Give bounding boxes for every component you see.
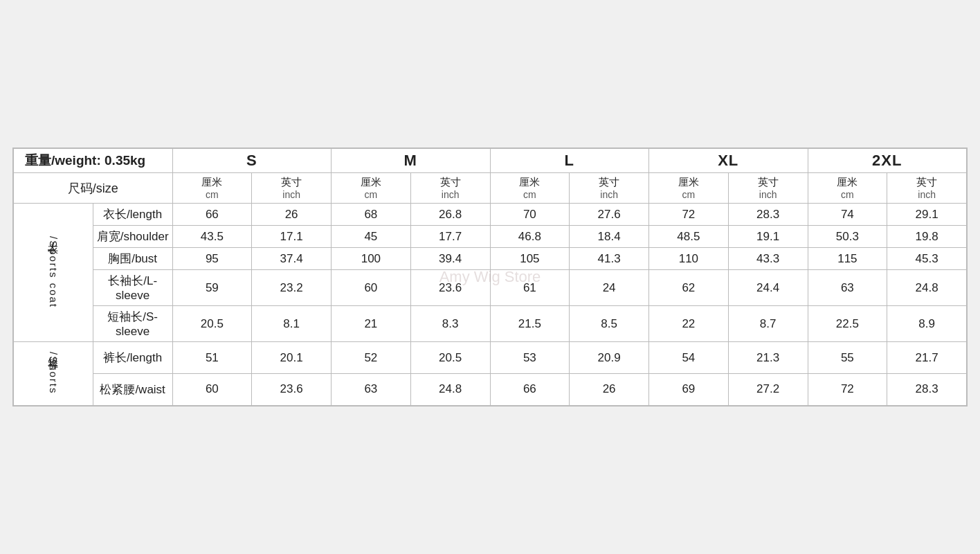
cell-cm-1-1-3: 69 bbox=[649, 374, 729, 406]
cell-cm-0-0-2: 70 bbox=[490, 204, 570, 226]
cell-cm-0-2-0: 95 bbox=[172, 248, 252, 270]
cell-cm-0-0-3: 72 bbox=[649, 204, 729, 226]
cell-inch-0-4-0: 8.1 bbox=[252, 306, 332, 342]
cell-inch-1-1-1: 24.8 bbox=[410, 374, 490, 406]
cell-cm-0-4-3: 22 bbox=[649, 306, 729, 342]
cell-inch-1-0-4: 21.7 bbox=[887, 342, 967, 374]
size-m: M bbox=[332, 149, 491, 173]
cell-cm-0-0-0: 66 bbox=[172, 204, 252, 226]
cell-cm-1-1-1: 63 bbox=[332, 374, 411, 406]
cell-cm-1-0-1: 52 bbox=[332, 342, 411, 374]
cell-inch-0-2-1: 39.4 bbox=[410, 248, 490, 270]
row-label-0-4: 短袖长/S-sleeve bbox=[93, 306, 172, 342]
cell-inch-0-2-4: 45.3 bbox=[887, 248, 967, 270]
cell-inch-0-2-2: 41.3 bbox=[570, 248, 649, 270]
cell-cm-1-0-4: 55 bbox=[808, 342, 887, 374]
cell-inch-1-0-3: 21.3 bbox=[728, 342, 808, 374]
cell-inch-1-0-1: 20.5 bbox=[410, 342, 490, 374]
cell-inch-0-1-3: 19.1 bbox=[728, 226, 808, 248]
l-cm-header: 厘米 cm bbox=[490, 173, 570, 204]
cell-cm-0-2-2: 105 bbox=[490, 248, 570, 270]
cell-cm-0-1-2: 46.8 bbox=[490, 226, 570, 248]
cell-inch-1-1-3: 27.2 bbox=[728, 374, 808, 406]
cell-inch-0-4-2: 8.5 bbox=[570, 306, 649, 342]
s-inch-header: 英寸 inch bbox=[252, 173, 332, 204]
cell-cm-0-3-1: 60 bbox=[332, 270, 411, 306]
cell-cm-0-4-0: 20.5 bbox=[172, 306, 252, 342]
cell-inch-0-0-1: 26.8 bbox=[410, 204, 490, 226]
row-label-1-1: 松紧腰/waist bbox=[93, 374, 172, 406]
cell-cm-0-1-1: 45 bbox=[332, 226, 411, 248]
cell-inch-1-0-2: 20.9 bbox=[570, 342, 649, 374]
cell-cm-0-3-4: 63 bbox=[808, 270, 887, 306]
cell-inch-0-1-2: 18.4 bbox=[570, 226, 649, 248]
cell-inch-1-1-4: 28.3 bbox=[887, 374, 967, 406]
cell-cm-0-0-1: 68 bbox=[332, 204, 411, 226]
size-xl: XL bbox=[649, 149, 808, 173]
2xl-cm-header: 厘米 cm bbox=[808, 173, 887, 204]
size-s: S bbox=[172, 149, 332, 173]
cell-cm-1-1-0: 60 bbox=[172, 374, 252, 406]
s-cm-header: 厘米 cm bbox=[172, 173, 252, 204]
cell-cm-0-1-0: 43.5 bbox=[172, 226, 252, 248]
cell-cm-0-3-2: 61 bbox=[490, 270, 570, 306]
weight-label: 重量/weight: 0.35kg bbox=[14, 149, 173, 173]
row-label-0-2: 胸围/bust bbox=[93, 248, 172, 270]
cell-inch-1-0-0: 20.1 bbox=[252, 342, 332, 374]
cell-inch-0-0-2: 27.6 bbox=[570, 204, 649, 226]
xl-cm-header: 厘米 cm bbox=[649, 173, 729, 204]
row-label-1-0: 裤长/length bbox=[93, 342, 172, 374]
cell-cm-0-0-4: 74 bbox=[808, 204, 887, 226]
cell-inch-0-1-4: 19.8 bbox=[887, 226, 967, 248]
m-cm-header: 厘米 cm bbox=[332, 173, 411, 204]
cell-cm-0-1-3: 48.5 bbox=[649, 226, 729, 248]
xl-inch-header: 英寸 inch bbox=[728, 173, 808, 204]
cell-inch-0-0-4: 29.1 bbox=[887, 204, 967, 226]
cell-cm-0-3-3: 62 bbox=[649, 270, 729, 306]
cell-inch-1-1-2: 26 bbox=[570, 374, 649, 406]
cell-cm-1-0-2: 53 bbox=[490, 342, 570, 374]
size-l: L bbox=[490, 149, 649, 173]
cell-cm-0-3-0: 59 bbox=[172, 270, 252, 306]
section-label-0: 上衣/Sports coat bbox=[14, 204, 93, 342]
cell-inch-0-3-3: 24.4 bbox=[728, 270, 808, 306]
cell-inch-0-3-1: 23.6 bbox=[410, 270, 490, 306]
cell-cm-1-0-3: 54 bbox=[649, 342, 729, 374]
2xl-inch-header: 英寸 inch bbox=[887, 173, 967, 204]
cell-inch-1-1-0: 23.6 bbox=[252, 374, 332, 406]
l-inch-header: 英寸 inch bbox=[570, 173, 649, 204]
cell-inch-0-1-1: 17.7 bbox=[410, 226, 490, 248]
cell-cm-1-1-4: 72 bbox=[808, 374, 887, 406]
cell-inch-0-3-4: 24.8 bbox=[887, 270, 967, 306]
row-label-0-0: 衣长/length bbox=[93, 204, 172, 226]
row-label-0-1: 肩宽/shoulder bbox=[93, 226, 172, 248]
cell-cm-0-1-4: 50.3 bbox=[808, 226, 887, 248]
cell-cm-0-4-2: 21.5 bbox=[490, 306, 570, 342]
size-label: 尺码/size bbox=[14, 173, 173, 204]
size-2xl: 2XL bbox=[808, 149, 967, 173]
cell-inch-0-4-1: 8.3 bbox=[410, 306, 490, 342]
cell-inch-0-0-3: 28.3 bbox=[728, 204, 808, 226]
cell-cm-0-2-1: 100 bbox=[332, 248, 411, 270]
cell-inch-0-3-2: 24 bbox=[570, 270, 649, 306]
row-label-0-3: 长袖长/L-sleeve bbox=[93, 270, 172, 306]
cell-inch-0-3-0: 23.2 bbox=[252, 270, 332, 306]
cell-inch-0-4-4: 8.9 bbox=[887, 306, 967, 342]
cell-inch-0-2-3: 43.3 bbox=[728, 248, 808, 270]
cell-inch-0-2-0: 37.4 bbox=[252, 248, 332, 270]
cell-cm-1-0-0: 51 bbox=[172, 342, 252, 374]
section-label-1: 短裤/Shorts bbox=[14, 342, 93, 406]
cell-cm-0-2-3: 110 bbox=[649, 248, 729, 270]
cell-inch-0-1-0: 17.1 bbox=[252, 226, 332, 248]
cell-cm-1-1-2: 66 bbox=[490, 374, 570, 406]
cell-cm-0-2-4: 115 bbox=[808, 248, 887, 270]
cell-inch-0-0-0: 26 bbox=[252, 204, 332, 226]
cell-cm-0-4-4: 22.5 bbox=[808, 306, 887, 342]
size-chart-wrapper: Amy Wig Store 重量/weight: 0.35kg S M L XL… bbox=[12, 148, 968, 406]
m-inch-header: 英寸 inch bbox=[410, 173, 490, 204]
cell-inch-0-4-3: 8.7 bbox=[728, 306, 808, 342]
cell-cm-0-4-1: 21 bbox=[332, 306, 411, 342]
